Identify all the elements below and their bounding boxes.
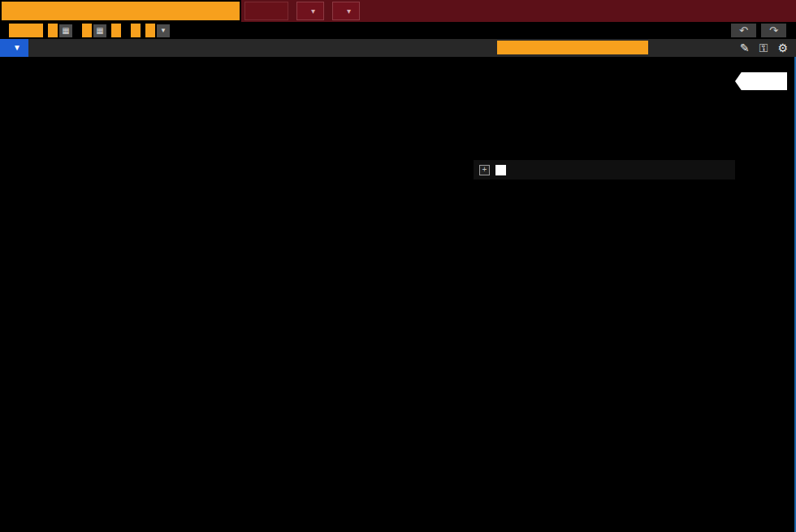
chevron-down-icon[interactable]: ▼ bbox=[157, 24, 170, 37]
end-time-field[interactable] bbox=[131, 24, 141, 37]
add-data-input[interactable] bbox=[497, 41, 648, 54]
chevron-down-icon: ▾ bbox=[311, 2, 315, 19]
chart-area[interactable] bbox=[0, 0, 796, 532]
edit-chart-button[interactable]: ✎ bbox=[740, 41, 750, 54]
chevron-down-icon: ▼ bbox=[13, 39, 21, 57]
price-chart-canvas[interactable] bbox=[0, 0, 796, 532]
start-time-field[interactable] bbox=[111, 24, 121, 37]
calendar-icon[interactable]: ▦ bbox=[59, 24, 72, 37]
range-bar: ▦ ▦ ▼ ↶ ↷ bbox=[0, 22, 796, 39]
gear-icon[interactable]: ⚙ bbox=[777, 41, 788, 54]
actions-menu-button[interactable]: ▾ bbox=[296, 2, 324, 20]
period-tab-bar: ▼ ✎ ⚿ ⚙ bbox=[0, 39, 796, 57]
undo-button[interactable]: ↶ bbox=[731, 24, 756, 37]
security-ticker-field[interactable] bbox=[2, 2, 240, 20]
last-price-badge-sep2023-top bbox=[735, 72, 787, 90]
last-price-badge-nov2023 bbox=[735, 231, 785, 249]
redo-button[interactable]: ↷ bbox=[761, 24, 786, 37]
expand-icon[interactable]: + bbox=[479, 165, 490, 175]
currency-select[interactable] bbox=[145, 24, 155, 37]
calendar-icon[interactable]: ▦ bbox=[93, 24, 106, 37]
start-date-field[interactable] bbox=[48, 24, 58, 37]
bloomberg-terminal: { "titlebar":{"security":"US0AFR SEP2023… bbox=[0, 0, 796, 532]
edit-menu-button[interactable]: ▾ bbox=[332, 2, 360, 20]
top-panel-legend[interactable]: + bbox=[474, 160, 735, 179]
menu-bar: ▾ ▾ bbox=[241, 0, 796, 22]
chevron-down-icon: ▾ bbox=[347, 2, 351, 19]
suggested-charts-button[interactable] bbox=[244, 2, 288, 20]
series-swatch bbox=[495, 165, 506, 175]
chart-settings-icon[interactable]: ⚿ bbox=[759, 41, 768, 55]
last-price-badge-dec2023 bbox=[735, 275, 785, 292]
tick-mode-dropdown[interactable]: ▼ bbox=[0, 39, 28, 57]
title-bar: ▾ ▾ bbox=[0, 0, 796, 22]
end-date-field[interactable] bbox=[82, 24, 92, 37]
range-days-field[interactable] bbox=[9, 24, 43, 37]
pencil-icon: ✎ bbox=[740, 41, 750, 54]
